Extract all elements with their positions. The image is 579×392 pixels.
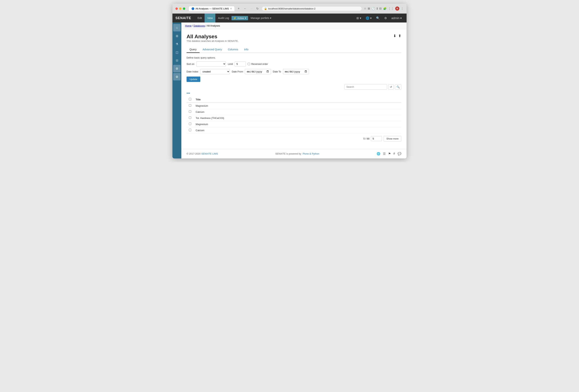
lock-icon: 🔒: [264, 7, 267, 10]
bookmark-icon[interactable]: ⊟: [379, 7, 382, 10]
table-row: Magnesium: [187, 121, 401, 127]
user-avatar[interactable]: R: [395, 6, 399, 11]
back-button[interactable]: ←: [242, 6, 248, 11]
sort-on-select[interactable]: [196, 61, 226, 67]
row-checkbox-1[interactable]: [189, 110, 191, 113]
row-checkbox-cell: [187, 127, 193, 133]
star-icon[interactable]: ☆: [364, 7, 366, 10]
reversed-order-label[interactable]: Reversed order: [248, 63, 268, 65]
sort-on-label: Sort on: [187, 63, 194, 65]
date-to-input[interactable]: [283, 69, 309, 74]
pagination-size-input[interactable]: [371, 136, 382, 141]
row-checkbox-cell: [187, 109, 193, 115]
globe-icon-btn[interactable]: 🌐 ▾: [364, 15, 373, 21]
upload-icon-btn[interactable]: ⬆: [398, 34, 401, 38]
date-row: Date Index created Date From Date To: [187, 69, 401, 74]
audit-log-button[interactable]: Audit Log: [215, 13, 231, 22]
breadcrumb: Home / Databoxes / All Analyses: [181, 22, 407, 29]
table-icon: ⊟: [176, 59, 178, 62]
sidebar-item-flask[interactable]: ⚗: [173, 40, 181, 48]
date-index-select[interactable]: created: [200, 69, 230, 74]
tab-title: All Analyses — SENAITE LIMS: [196, 7, 229, 10]
sidebar-item-settings-1[interactable]: ⚙: [173, 65, 181, 72]
sidebar-item-layers[interactable]: ◫: [173, 49, 181, 56]
footer-chat-icon[interactable]: 💬: [398, 152, 401, 155]
tab-close-button[interactable]: ✕: [230, 7, 232, 10]
row-checkbox-0[interactable]: [189, 104, 191, 107]
gear-icon-2: ⚙: [176, 75, 178, 79]
sidebar-item-table[interactable]: ⊟: [173, 57, 181, 64]
edit-button[interactable]: Edit: [195, 13, 205, 22]
breadcrumb-current: All Analyses: [207, 24, 220, 27]
menu-icon[interactable]: ⋮⋮: [388, 7, 394, 10]
manage-portlets-label: Manage portlets: [251, 16, 269, 19]
header-icons: ⬇ ⬆: [393, 34, 401, 38]
search-reset-button[interactable]: ↺: [388, 84, 394, 90]
breadcrumb-databoxes[interactable]: Databoxes: [194, 24, 205, 27]
new-tab-button[interactable]: +: [236, 7, 241, 11]
search-nav-btn[interactable]: 🔍: [374, 15, 382, 21]
tab-info[interactable]: Info: [241, 46, 251, 53]
limit-input[interactable]: [235, 62, 246, 66]
settings-nav-btn[interactable]: ⚙: [382, 15, 389, 21]
reversed-order-checkbox[interactable]: [248, 63, 250, 65]
nav-right: ⊞ ▾ 🌐 ▾ 🔍 ⚙ admin ▾: [355, 15, 404, 21]
grid-icon-btn[interactable]: ⊞ ▾: [355, 15, 363, 21]
manage-portlets-button[interactable]: Manage portlets ▾: [248, 13, 274, 22]
row-checkbox-cell: [187, 103, 193, 109]
sidebar-item-reports[interactable]: ⊞: [173, 32, 181, 40]
search-submit-button[interactable]: 🔍: [395, 84, 401, 90]
tab-query[interactable]: Query: [187, 46, 200, 53]
row-checkbox-3[interactable]: [189, 123, 191, 125]
download-icon-btn[interactable]: ⬇: [393, 34, 396, 38]
row-checkbox-2[interactable]: [189, 117, 191, 119]
forward-button[interactable]: →: [249, 6, 254, 11]
more-icon[interactable]: ⋮: [401, 7, 404, 10]
table-row: Calcium: [187, 109, 401, 115]
row-title-cell: Magnesium: [193, 103, 401, 109]
row-checkbox-4[interactable]: [189, 129, 191, 131]
browser-tab[interactable]: 🔵 All Analyses — SENAITE LIMS ✕: [189, 6, 235, 11]
gear-icon-1: ⚙: [176, 67, 178, 70]
tab-nav: Query Advanced Query Columns Info: [187, 46, 401, 53]
footer-list-icon[interactable]: ☰: [383, 152, 386, 155]
tab-advanced-query[interactable]: Advanced Query: [200, 46, 225, 53]
info-icon[interactable]: ℹ: [377, 7, 378, 10]
search-input[interactable]: [344, 84, 387, 90]
tab-columns[interactable]: Columns: [225, 46, 241, 53]
select-all-checkbox[interactable]: [189, 98, 191, 100]
main-content: All Analyses This databox searches all A…: [181, 29, 407, 149]
table-row: Calcium: [187, 127, 401, 133]
row-title-cell: Tot. Hardness (THCaCO3): [193, 115, 401, 121]
update-button[interactable]: Update: [187, 76, 200, 82]
sidebar-item-settings-2[interactable]: ⚙: [173, 73, 181, 80]
sidebar-item-home[interactable]: ⌂: [173, 24, 181, 31]
clock-icon[interactable]: 🕐: [372, 7, 375, 10]
minimize-dot[interactable]: [179, 7, 182, 10]
plone-link[interactable]: Plone & Python: [303, 152, 319, 155]
active-badge[interactable]: ⚡ Active ▾: [231, 16, 248, 20]
breadcrumb-home[interactable]: Home: [185, 24, 192, 27]
brand-link[interactable]: SENAITE LIMS: [201, 152, 218, 155]
close-dot[interactable]: [175, 7, 178, 10]
admin-nav-btn[interactable]: admin ▾: [389, 15, 404, 21]
footer-hash-icon[interactable]: #: [393, 152, 395, 155]
query-section-label: Define basic query options.: [187, 56, 401, 59]
copyright-symbol: © 2017-2020: [187, 152, 201, 155]
browser-toolbar: ☆ ⊞ 🕐 ℹ ⊟ 🧩 ⋮⋮ R ⋮: [364, 6, 404, 11]
view-button[interactable]: View: [205, 13, 215, 22]
date-from-input[interactable]: [245, 69, 271, 74]
date-index-label: Date Index: [187, 70, 198, 73]
footer-branch-icon[interactable]: ⚑: [388, 152, 391, 155]
table-row: Magnesium: [187, 103, 401, 109]
show-more-button[interactable]: Show more: [383, 136, 401, 141]
maximize-dot[interactable]: [183, 7, 185, 10]
table-header-row: Title: [187, 96, 401, 103]
refresh-button[interactable]: ↻: [255, 6, 260, 11]
address-bar[interactable]: 🔒 localhost:8080/senaite/databoxes/datab…: [262, 6, 362, 11]
puzzle-icon[interactable]: 🧩: [383, 7, 387, 10]
footer-globe-icon[interactable]: 🌐: [377, 152, 380, 155]
extensions-icon[interactable]: ⊞: [368, 7, 370, 10]
footer-icons: 🌐 ☰ ⚑ # 💬: [377, 152, 401, 155]
ellipsis-row[interactable]: •••: [187, 91, 401, 95]
